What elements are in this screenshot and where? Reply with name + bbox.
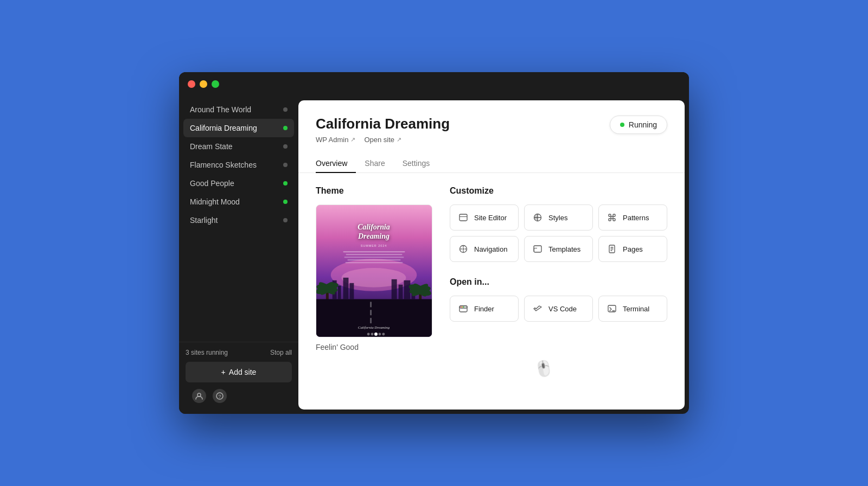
- titlebar: [179, 72, 689, 96]
- close-button[interactable]: [188, 80, 195, 88]
- customize-btn-styles[interactable]: Styles: [524, 204, 593, 231]
- add-site-label: Add site: [229, 368, 257, 376]
- svg-rect-8: [343, 278, 349, 299]
- status-dot: [283, 181, 288, 186]
- svg-rect-43: [459, 216, 467, 217]
- svg-text:California: California: [358, 223, 390, 231]
- svg-text:California Dreaming: California Dreaming: [358, 325, 390, 329]
- svg-rect-54: [534, 248, 534, 252]
- site-links: WP Admin ↗ Open site ↗: [316, 136, 450, 144]
- svg-rect-31: [343, 251, 405, 252]
- svg-rect-24: [316, 299, 432, 337]
- add-icon: +: [221, 368, 226, 376]
- app-window: Around The World California Dreaming Dre…: [179, 72, 689, 414]
- templates-icon: [532, 244, 543, 254]
- patterns-icon: [607, 212, 617, 223]
- svg-point-58: [461, 306, 462, 308]
- open-in-btn-finder[interactable]: Finder: [450, 296, 519, 322]
- customize-btn-pages[interactable]: Pages: [598, 236, 667, 262]
- sidebar-icons: ?: [186, 382, 292, 403]
- sidebar-item-good-people[interactable]: Good People: [183, 174, 294, 193]
- finder-label: Finder: [474, 305, 494, 313]
- running-badge: Running: [610, 116, 667, 134]
- svg-rect-49: [611, 216, 613, 219]
- svg-text:SUMMER 2024: SUMMER 2024: [361, 244, 387, 247]
- tab-settings[interactable]: Settings: [394, 155, 439, 173]
- svg-rect-46: [613, 214, 615, 216]
- svg-text:Dreaming: Dreaming: [358, 232, 390, 240]
- finder-icon: [458, 303, 469, 314]
- add-site-button[interactable]: + Add site: [186, 362, 292, 382]
- open-site-link[interactable]: Open site ↗: [364, 136, 401, 144]
- tab-share[interactable]: Share: [356, 155, 393, 173]
- svg-point-60: [463, 306, 464, 308]
- open-in-btn-terminal[interactable]: Terminal: [598, 296, 667, 322]
- open-in-grid: Finder VS Code Terminal: [450, 296, 667, 322]
- svg-rect-12: [404, 280, 410, 299]
- sidebar-item-around-the-world[interactable]: Around The World: [183, 100, 294, 119]
- sidebar-item-dream-state[interactable]: Dream State: [183, 137, 294, 156]
- stop-all-button[interactable]: Stop all: [270, 349, 292, 356]
- wp-admin-link[interactable]: WP Admin ↗: [316, 136, 355, 144]
- svg-rect-25: [370, 302, 372, 307]
- open-in-btn-vs-code[interactable]: VS Code: [524, 296, 593, 322]
- site-item-name: Flamenco Sketches: [190, 161, 283, 169]
- svg-rect-27: [370, 318, 372, 323]
- svg-rect-33: [344, 257, 404, 258]
- sidebar-item-midnight-mood[interactable]: Midnight Mood: [183, 193, 294, 211]
- open-in-section: Open in... Finder VS Code Terminal: [450, 277, 667, 322]
- vs-code-icon: [532, 303, 543, 314]
- pages-icon: [607, 244, 617, 254]
- running-count: 3 sites running: [186, 349, 228, 356]
- svg-point-39: [374, 332, 378, 336]
- svg-rect-47: [609, 219, 611, 221]
- sidebar-item-flamenco-sketches[interactable]: Flamenco Sketches: [183, 156, 294, 174]
- svg-point-40: [378, 332, 381, 335]
- main-content: Theme: [298, 186, 685, 369]
- navigation-label: Navigation: [474, 245, 507, 253]
- customize-btn-patterns[interactable]: Patterns: [598, 204, 667, 231]
- styles-label: Styles: [548, 214, 567, 222]
- svg-rect-35: [345, 262, 403, 263]
- svg-rect-7: [338, 286, 341, 299]
- site-item-name: Starlight: [190, 216, 283, 225]
- customize-grid: Site Editor Styles Patterns Navigation T…: [450, 204, 667, 262]
- user-icon[interactable]: [192, 389, 206, 403]
- sidebar-item-starlight[interactable]: Starlight: [183, 211, 294, 229]
- running-status-label: Running: [629, 120, 657, 129]
- status-dot: [283, 144, 288, 149]
- svg-point-41: [382, 332, 385, 335]
- help-icon[interactable]: ?: [213, 389, 227, 403]
- tabs: OverviewShareSettings: [298, 144, 685, 173]
- svg-point-51: [463, 248, 464, 250]
- sidebar-item-california-dreaming[interactable]: California Dreaming: [183, 119, 294, 137]
- navigation-icon: [458, 244, 469, 254]
- svg-rect-9: [349, 283, 354, 299]
- templates-label: Templates: [548, 245, 580, 253]
- theme-section: Theme: [316, 186, 432, 351]
- theme-preview[interactable]: California Dreaming SUMMER 2024 Cal: [316, 204, 432, 337]
- content-area: Around The World California Dreaming Dre…: [179, 96, 689, 414]
- right-section: Customize Site Editor Styles Patterns Na…: [450, 186, 667, 351]
- customize-section: Customize Site Editor Styles Patterns Na…: [450, 186, 667, 262]
- status-dot: [283, 126, 288, 130]
- open-in-title: Open in...: [450, 277, 667, 287]
- svg-rect-45: [609, 214, 611, 216]
- styles-icon: [532, 212, 543, 223]
- status-dot: [283, 163, 288, 167]
- site-item-name: Good People: [190, 179, 283, 188]
- minimize-button[interactable]: [200, 80, 207, 88]
- maximize-button[interactable]: [212, 80, 219, 88]
- customize-btn-templates[interactable]: Templates: [524, 236, 593, 262]
- customize-btn-site-editor[interactable]: Site Editor: [450, 204, 519, 231]
- tab-overview[interactable]: Overview: [316, 155, 356, 173]
- site-list: Around The World California Dreaming Dre…: [179, 100, 298, 337]
- svg-point-0: [197, 393, 201, 397]
- svg-rect-32: [346, 254, 402, 255]
- theme-section-title: Theme: [316, 186, 432, 196]
- customize-btn-navigation[interactable]: Navigation: [450, 236, 519, 262]
- sidebar: Around The World California Dreaming Dre…: [179, 96, 298, 414]
- status-dot: [283, 107, 288, 112]
- svg-rect-10: [392, 279, 397, 299]
- main-panel: California Dreaming WP Admin ↗ Open site…: [298, 100, 685, 410]
